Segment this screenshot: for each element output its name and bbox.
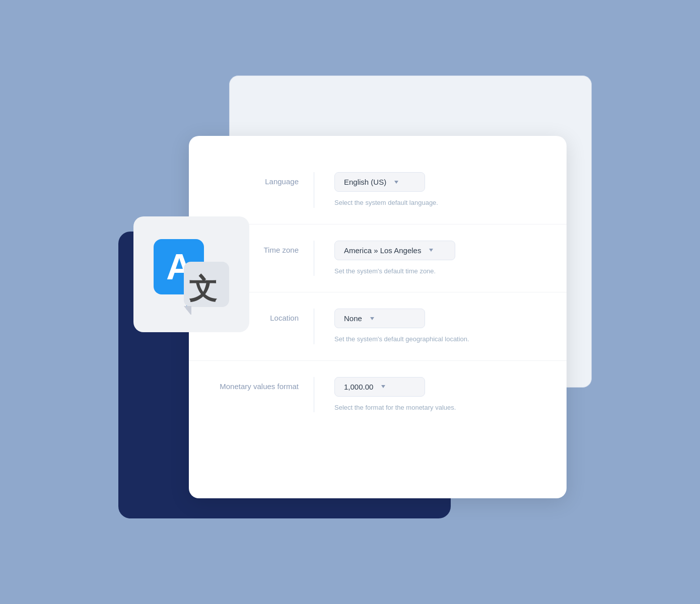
monetary-dropdown[interactable]: 1,000.00 — [334, 377, 425, 397]
monetary-row: Monetary values format 1,000.00 Select t… — [189, 361, 567, 429]
language-row: Language English (US) Select the system … — [189, 156, 567, 224]
language-content: English (US) Select the system default l… — [334, 172, 542, 208]
monetary-value: 1,000.00 — [344, 383, 373, 391]
monetary-content: 1,000.00 Select the format for the monet… — [334, 377, 542, 413]
location-value: None — [344, 314, 362, 323]
monetary-divider — [314, 377, 314, 413]
language-divider — [314, 172, 314, 208]
language-label: Language — [213, 172, 314, 186]
icon-card: A 文 — [133, 216, 249, 332]
location-divider — [314, 309, 314, 344]
monetary-description: Select the format for the monetary value… — [334, 403, 542, 413]
location-content: None Set the system's default geographic… — [334, 309, 542, 344]
translate-icon: A 文 — [151, 234, 232, 315]
monetary-label: Monetary values format — [213, 377, 314, 391]
language-dropdown[interactable]: English (US) — [334, 172, 425, 192]
language-value: English (US) — [344, 178, 386, 186]
monetary-chevron-icon — [381, 385, 385, 388]
svg-marker-4 — [184, 306, 191, 315]
location-description: Set the system's default geographical lo… — [334, 334, 542, 344]
language-chevron-icon — [394, 181, 398, 184]
timezone-content: America » Los Angeles Set the system's d… — [334, 241, 542, 276]
timezone-value: America » Los Angeles — [344, 246, 421, 255]
timezone-divider — [314, 241, 314, 276]
location-chevron-icon — [370, 317, 374, 320]
timezone-chevron-icon — [429, 249, 433, 252]
timezone-description: Set the system's default time zone. — [334, 266, 542, 276]
language-description: Select the system default language. — [334, 198, 542, 208]
location-dropdown[interactable]: None — [334, 309, 425, 328]
svg-text:文: 文 — [189, 273, 217, 305]
timezone-dropdown[interactable]: America » Los Angeles — [334, 241, 455, 260]
scene: Language English (US) Select the system … — [123, 76, 577, 528]
